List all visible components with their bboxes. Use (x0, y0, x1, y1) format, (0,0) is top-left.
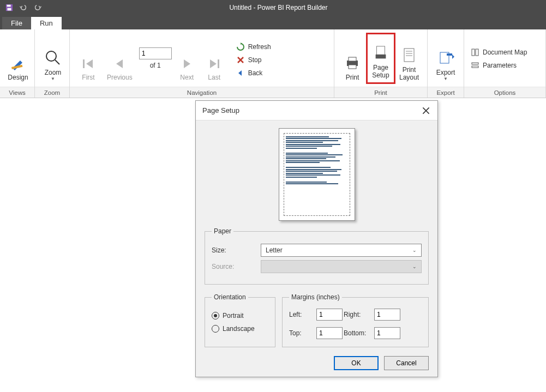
svg-rect-13 (404, 49, 414, 62)
dialog-titlebar: Page Setup (196, 101, 437, 120)
source-select: ⌄ (261, 260, 422, 273)
design-button[interactable]: Design (4, 33, 32, 83)
back-icon (236, 69, 245, 77)
group-navigation-label: Navigation (70, 87, 334, 98)
svg-rect-2 (8, 8, 11, 10)
radio-icon (212, 312, 219, 319)
print-layout-line1: Print (403, 66, 416, 74)
tab-strip: File Run (0, 15, 546, 29)
bottom-input[interactable] (374, 327, 400, 339)
svg-rect-19 (476, 49, 478, 56)
portrait-radio[interactable]: Portrait (212, 312, 268, 319)
source-label: Source: (212, 263, 261, 270)
svg-rect-9 (349, 57, 356, 61)
svg-rect-1 (7, 5, 11, 7)
paper-legend: Paper (212, 227, 233, 235)
right-label: Right: (344, 311, 374, 318)
quick-access-toolbar (0, 2, 44, 14)
dialog-title: Page Setup (202, 106, 239, 114)
cancel-button[interactable]: Cancel (384, 356, 429, 370)
size-value: Letter (266, 246, 283, 254)
print-layout-button[interactable]: Print Layout (395, 33, 423, 83)
margins-legend: Margins (inches) (289, 293, 342, 301)
page-number-block: of 1 (139, 47, 172, 69)
size-select[interactable]: Letter ⌄ (261, 244, 422, 257)
document-map-button[interactable]: Document Map (469, 46, 529, 58)
page-input[interactable] (139, 47, 172, 59)
page-setup-dialog: Page Setup Paper Size: L (195, 100, 438, 377)
window-title: Untitled - Power BI Report Builder (44, 4, 546, 11)
group-views-label: Views (0, 87, 34, 98)
last-button[interactable]: Last (202, 33, 226, 83)
group-export-label: Export (428, 87, 464, 98)
svg-rect-7 (218, 59, 219, 68)
export-label: Export (436, 69, 455, 76)
refresh-button[interactable]: Refresh (234, 41, 273, 53)
svg-rect-12 (376, 54, 386, 58)
margins-group: Margins (inches) Left: Right: Top: Botto… (282, 293, 429, 347)
ok-button[interactable]: OK (334, 356, 379, 370)
paper-group: Paper Size: Letter ⌄ Source: ⌄ (205, 227, 429, 285)
parameters-button[interactable]: Parameters (469, 59, 529, 71)
stop-button[interactable]: Stop (234, 54, 273, 66)
stop-icon (236, 56, 245, 64)
top-input[interactable] (316, 327, 343, 339)
print-button[interactable]: Print (339, 33, 366, 83)
tab-file[interactable]: File (2, 17, 31, 29)
export-button[interactable]: Export ▼ (432, 33, 459, 83)
page-setup-button[interactable]: Page Setup (369, 35, 393, 81)
landscape-label: Landscape (223, 325, 255, 333)
radio-icon (212, 325, 219, 333)
close-icon[interactable] (421, 106, 431, 116)
svg-rect-6 (83, 59, 85, 68)
landscape-radio[interactable]: Landscape (212, 325, 268, 333)
title-bar: Untitled - Power BI Report Builder (0, 0, 546, 15)
zoom-button[interactable]: Zoom ▼ (39, 33, 67, 83)
design-label: Design (8, 74, 28, 81)
print-layout-line2: Layout (399, 74, 419, 81)
svg-rect-20 (472, 63, 478, 64)
left-label: Left: (289, 311, 316, 318)
of-text: of 1 (150, 62, 161, 69)
previous-button[interactable]: Previous (104, 33, 136, 83)
next-button[interactable]: Next (175, 33, 199, 83)
chevron-down-icon: ▼ (443, 76, 448, 81)
page-setup-line1: Page (373, 64, 388, 71)
save-icon[interactable] (3, 2, 15, 14)
svg-point-4 (46, 51, 56, 61)
orientation-legend: Orientation (212, 293, 248, 301)
top-label: Top: (289, 329, 316, 337)
left-input[interactable] (316, 309, 343, 321)
svg-rect-10 (349, 65, 356, 69)
svg-line-5 (55, 60, 59, 64)
parameters-icon (471, 61, 479, 70)
chevron-down-icon: ⌄ (412, 248, 417, 253)
size-label: Size: (212, 246, 261, 254)
redo-icon[interactable] (32, 2, 44, 14)
back-button[interactable]: Back (234, 67, 273, 79)
zoom-label: Zoom (45, 69, 62, 76)
chevron-down-icon: ▼ (51, 76, 55, 81)
page-setup-line2: Setup (372, 71, 389, 79)
group-print-label: Print (334, 87, 427, 98)
orientation-group: Orientation Portrait Landscape (205, 293, 275, 347)
document-map-label: Document Map (483, 49, 527, 56)
ribbon: Design Views Zoom ▼ Zoom First Previous (0, 29, 546, 98)
page-setup-highlight: Page Setup (366, 33, 395, 84)
refresh-label: Refresh (248, 43, 271, 51)
last-label: Last (208, 74, 220, 81)
chevron-down-icon: ⌄ (412, 264, 417, 269)
group-zoom-label: Zoom (35, 87, 69, 98)
undo-icon[interactable] (17, 2, 29, 14)
bottom-label: Bottom: (344, 329, 374, 337)
first-label: First (82, 74, 94, 81)
right-input[interactable] (374, 309, 400, 321)
tab-run[interactable]: Run (31, 17, 62, 29)
document-map-icon (471, 48, 479, 57)
previous-label: Previous (107, 74, 133, 81)
print-label: Print (346, 74, 359, 81)
first-button[interactable]: First (76, 33, 100, 83)
page-preview (205, 128, 429, 221)
stop-label: Stop (248, 56, 262, 64)
portrait-label: Portrait (223, 312, 244, 319)
